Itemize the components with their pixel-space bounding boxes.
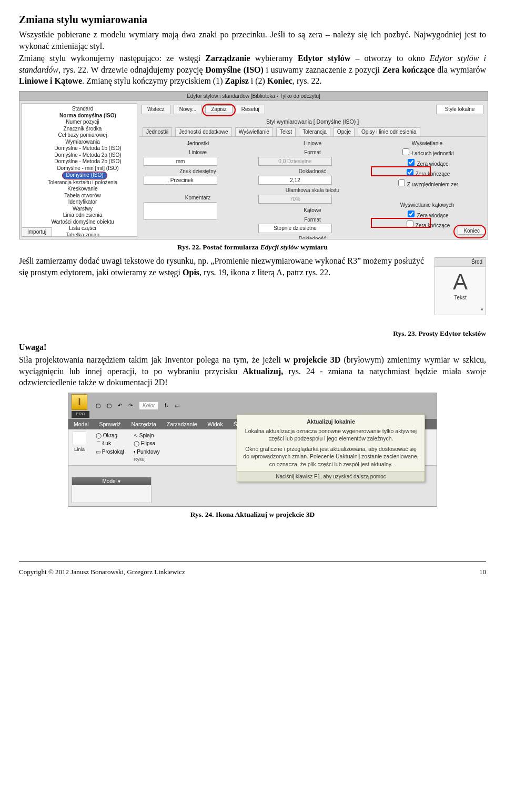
group-label: Liniowe: [258, 140, 367, 147]
tab-opcje[interactable]: Opcje: [334, 127, 355, 136]
comment-field[interactable]: [144, 202, 217, 220]
tab-tekst[interactable]: Tekst: [276, 127, 296, 136]
draw-tool[interactable]: ◯ Okrąg: [96, 432, 124, 440]
uwaga-paragraph: Siła projektowania narzędziem takim jak …: [19, 354, 486, 388]
tree-node-znacz[interactable]: Znacznik środka: [24, 126, 135, 133]
reset-button[interactable]: Resetuj: [236, 105, 265, 114]
tab-widok[interactable]: Widok: [203, 419, 228, 429]
precision-dropdown[interactable]: 2,12: [258, 176, 332, 185]
paragraph-1b: Zmianę stylu wykonujemy następująco: ze …: [19, 53, 486, 87]
dialog-titlebar: Edytor stylów i standardów [Biblioteka -…: [19, 92, 488, 102]
tree-node-standard[interactable]: Standard: [24, 106, 135, 113]
tooltip-title: Aktualizuj lokalnie: [241, 418, 420, 425]
tree-node-rest[interactable]: Warstwy: [24, 206, 135, 213]
tab-strip: Jednostki Jednostki dodatkowe Wyświetlan…: [139, 127, 486, 137]
text: Edycji stylów: [260, 243, 299, 251]
qat-icon[interactable]: ▢: [96, 402, 100, 409]
linia-tool[interactable]: Linia: [73, 432, 86, 453]
label: Znak dziesiętny: [144, 168, 252, 175]
page-number: 10: [479, 567, 486, 577]
tooltip-text: Okno graficzne i przeglądarka jest aktua…: [241, 445, 420, 468]
tree-node-rest[interactable]: Tolerancja kształtu i położenia: [24, 179, 135, 186]
scope-dropdown[interactable]: Style lokalne: [436, 105, 483, 114]
highlight-rect-trailing: [371, 166, 431, 176]
tree-node-wym-item[interactable]: Domyślne - min [mil] (ISO): [35, 165, 135, 172]
chk-ang-leading[interactable]: [408, 210, 415, 217]
tab-narzedzia[interactable]: Narzędzia: [126, 419, 161, 429]
text-tool-thumbnail: Środ A Tekst ▾: [435, 257, 486, 315]
text: – otworzy to okno: [350, 54, 430, 63]
draw-tool[interactable]: ∿ Splajn: [134, 432, 160, 440]
text: , rys. 22.: [292, 76, 322, 85]
style-tree[interactable]: Standard Norma domyślna (ISO) Numer pozy…: [22, 103, 137, 237]
highlight-rect-ang-trailing: [371, 218, 431, 228]
chk-incl-zeros[interactable]: [398, 179, 405, 186]
app-logo-icon[interactable]: I: [72, 394, 87, 410]
tab-tolerancja[interactable]: Tolerancja: [299, 127, 330, 136]
tree-node-rest[interactable]: Identyfikator: [24, 199, 135, 206]
style-name-label: Styl wymiarowania [ Domyślne (ISO) ]: [139, 116, 486, 127]
qat-icon[interactable]: ▢: [107, 402, 112, 409]
tree-node-wym-item[interactable]: Domyślne - Metoda 2b (ISO): [35, 158, 135, 165]
chk-leading-zeros[interactable]: [408, 159, 415, 166]
qat-icon[interactable]: ▭: [175, 402, 179, 409]
tree-node-rest[interactable]: Kreskowanie: [24, 186, 135, 193]
draw-tool[interactable]: ⌒ Łuk: [96, 439, 124, 448]
back-button[interactable]: Wstecz: [142, 105, 170, 114]
text: Koniec: [267, 76, 292, 85]
label: Liniowe: [144, 149, 252, 156]
caption-24: Rys. 24. Ikona Aktualizuj w projekcie 3D: [19, 510, 486, 519]
redo-icon[interactable]: ↷: [128, 402, 133, 409]
fx-icon[interactable]: fₓ: [165, 402, 168, 409]
tooltip-footer: Naciśnij klawisz F1, aby uzyskać dalszą …: [237, 471, 425, 482]
draw-tool-list: ∿ Splajn ◯ Elipsa • Punktowy Rysuj: [134, 432, 160, 464]
tab-sprawdz[interactable]: Sprawdź: [94, 419, 126, 429]
text: Zera kończące: [382, 65, 435, 74]
tree-node-rest[interactable]: Wartości domyślne obiektu: [24, 219, 135, 226]
label: Łuk: [103, 440, 111, 446]
highlight-oval-save: [202, 104, 236, 116]
text: Rys. 24. Ikona Aktualizuj w projekcie 3D: [190, 510, 315, 518]
text: i (2): [249, 76, 267, 85]
text: Zarządzanie: [205, 54, 250, 63]
tree-node-wym-item[interactable]: Domyślne - Metoda 2a (ISO): [35, 152, 135, 159]
model-pane-title: Model ▾: [72, 477, 151, 486]
tab-jednostki[interactable]: Jednostki: [143, 127, 172, 136]
group-label: Kątowe: [258, 207, 367, 214]
tree-node-rest[interactable]: Tabela otworów: [24, 193, 135, 199]
tree-node-numpoz[interactable]: Numer pozycji: [24, 119, 135, 126]
tab-opisy[interactable]: Opisy i linie odniesienia: [358, 127, 420, 136]
text: w projekcie 3D: [284, 355, 340, 364]
footer-rule: [19, 562, 486, 562]
tree-node-selected[interactable]: Domyślne (ISO): [62, 172, 107, 179]
decimal-sep-dropdown[interactable]: , Przecinek: [144, 176, 217, 185]
thumb-header: Środ: [435, 258, 486, 267]
tree-node-rest[interactable]: Linia odniesienia: [24, 212, 135, 219]
text: Edytor stylów: [298, 54, 350, 63]
text: wymiaru: [299, 243, 328, 251]
format-dropdown: 0,0 Dziesiętne: [258, 157, 332, 166]
linear-unit-dropdown[interactable]: mm: [144, 157, 217, 166]
tab-zarzadzanie[interactable]: Zarzadzanie: [161, 419, 203, 429]
fraction-scale-dropdown: 70%: [258, 195, 332, 204]
tree-node-cel[interactable]: Cel bazy pomiarowej: [24, 132, 135, 139]
tree-node-std-iso[interactable]: Norma domyślna (ISO): [35, 113, 135, 119]
chk-unit-chain[interactable]: [402, 148, 409, 155]
tree-node-wym-item[interactable]: Domyślne - Metoda 1b (ISO): [35, 145, 135, 152]
color-dropdown[interactable]: Kolor: [139, 402, 158, 410]
draw-tool[interactable]: • Punktowy: [134, 448, 160, 456]
draw-tool[interactable]: ◯ Elipsa: [134, 439, 160, 448]
caption-23: Rys. 23. Prosty Edytor tekstów: [19, 329, 486, 338]
tab-wyswietlanie[interactable]: Wyświetlanie: [235, 127, 273, 136]
text: Zapisz: [225, 76, 248, 85]
tree-node-wym[interactable]: Wymiarowania: [24, 139, 135, 146]
tab-model[interactable]: Model: [68, 419, 94, 429]
uwaga-title: Uwaga!: [19, 342, 486, 353]
inventor-ribbon: I PRO ▢ ▢ ↶ ↷ Kolor fₓ ▭ Model Sprawdź N…: [68, 393, 437, 507]
tab-jedn-dodatkowe[interactable]: Jednostki dodatkowe: [175, 127, 231, 136]
undo-icon[interactable]: ↶: [118, 402, 122, 409]
new-button[interactable]: Nowy...: [174, 105, 203, 114]
draw-tool[interactable]: ▭ Prostokąt: [96, 448, 124, 456]
import-button[interactable]: Importuj: [22, 227, 52, 237]
model-browser-pane[interactable]: Model ▾: [72, 477, 152, 503]
